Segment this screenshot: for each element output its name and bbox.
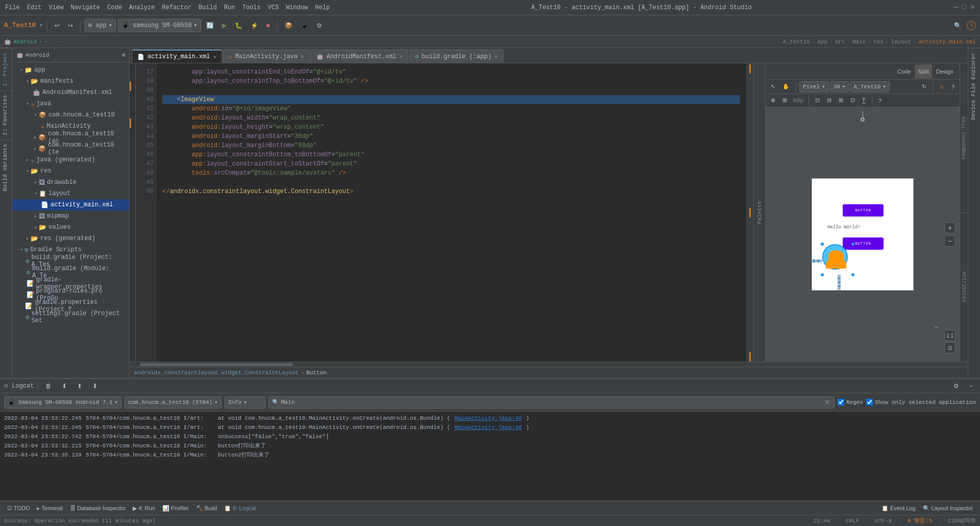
tree-res[interactable]: ▾ 📂 res (12, 165, 129, 177)
log-level-dropdown[interactable]: Info ▾ (225, 396, 265, 409)
pixel-dropdown[interactable]: Pixel ▾ (799, 81, 829, 92)
menu-build[interactable]: Build (199, 4, 217, 11)
menu-navigate[interactable]: Navigate (70, 4, 100, 11)
run-btn[interactable]: ▶ (219, 18, 230, 33)
minimize-button[interactable]: ─ (953, 4, 959, 12)
log-link-1[interactable]: MainActivity.java:40 (454, 414, 522, 423)
tree-drawable[interactable]: ▸ 🖼 drawable (12, 177, 129, 188)
tree-java-gen[interactable]: ▸ ☕ java (generated) (12, 154, 129, 165)
device-file-tab[interactable]: Device File Explorer (968, 48, 980, 124)
help-icon-btn[interactable]: ? (875, 93, 885, 108)
logcat-search-wrap[interactable]: 🔍 ✕ (268, 396, 835, 409)
tab-terminal[interactable]: ▸ Terminal (34, 501, 65, 515)
logcat-search-input[interactable] (281, 399, 821, 405)
menu-help[interactable]: Help (315, 4, 330, 11)
tab-androidmanifest-close[interactable]: ✕ (400, 53, 403, 60)
expand-icon[interactable]: ⚙ (121, 52, 125, 58)
breadcrumb-src[interactable]: src (835, 39, 845, 45)
tree-res-gen[interactable]: ▸ 📂 res (generated) (12, 233, 129, 244)
expand-btn[interactable]: ⊡ (944, 342, 955, 353)
logcat-minimize-btn[interactable]: − (966, 380, 976, 392)
close-button[interactable]: ✕ (971, 4, 975, 12)
menu-analyze[interactable]: Analyze (129, 4, 155, 11)
breadcrumb-res[interactable]: res (873, 39, 884, 45)
breadcrumb-file[interactable]: activity_main.xml (919, 39, 976, 45)
pan-tool-btn[interactable]: ✋ (779, 80, 793, 94)
warning-btn[interactable]: ⚠ (936, 80, 947, 94)
logcat-clear-btn[interactable]: 🗑 (42, 380, 55, 392)
tab-todo[interactable]: ☑ TODO (4, 501, 33, 515)
ratio-btn[interactable]: 1:1 (944, 330, 955, 341)
run-config-dropdown[interactable]: ▾ (39, 21, 42, 29)
tree-manifests[interactable]: ▾ 📂 manifests (12, 76, 129, 87)
menu-file[interactable]: File (5, 4, 20, 11)
show-only-label[interactable]: Show only selected application (875, 399, 976, 405)
code-content[interactable]: app:layout_constraintEnd_toEndOf = "@+id… (156, 63, 746, 362)
layout-btn[interactable]: ⊞ (779, 93, 790, 108)
code-view-btn[interactable]: Code (894, 64, 914, 79)
stop-btn[interactable]: ■ (263, 18, 273, 33)
toolbar-redo[interactable]: ↪ (65, 18, 76, 33)
horizontal-scrollbar[interactable] (130, 362, 968, 367)
tree-pkg-main[interactable]: ▾ 📦 com.hnucm.a_test10 (12, 109, 129, 121)
refresh-layout-btn[interactable]: ↻ (919, 80, 929, 94)
vertical-scrollbar[interactable] (746, 63, 753, 362)
logcat-up-btn[interactable]: ⬆ (74, 380, 85, 392)
tree-values[interactable]: ▸ 📂 values (12, 222, 129, 233)
avd-manager-btn[interactable]: 📱 (298, 18, 311, 33)
tab-database-inspector[interactable]: 🗄 Database Inspector (67, 501, 129, 515)
tree-app[interactable]: ▾ 📁 app (12, 64, 129, 76)
debug-btn[interactable]: 🐛 (232, 18, 246, 33)
constraint-btn-1[interactable]: ⊡ (812, 93, 823, 108)
help-btn[interactable]: ? (967, 21, 976, 30)
sdk-manager-btn[interactable]: 📦 (282, 18, 296, 33)
show-only-checkbox[interactable] (866, 399, 873, 405)
menu-window[interactable]: Window (286, 4, 308, 11)
design-view-btn[interactable]: Design (933, 64, 957, 79)
menu-tools[interactable]: Tools (242, 4, 261, 11)
layout-inspector-btn[interactable]: 🔍 Layout Inspector (920, 501, 976, 515)
tab-logcat[interactable]: 📋 6: Logcat (221, 501, 259, 515)
tab-mainactivity-java[interactable]: ☕ MainActivity.java ✕ (223, 50, 310, 63)
tree-mipmap[interactable]: ▸ 🖼 mipmap (12, 210, 129, 222)
logcat-settings-btn[interactable]: ⚙ (950, 380, 962, 392)
tab-profiler[interactable]: 📊 Profiler (159, 501, 192, 515)
sync-btn[interactable]: 🔄 (203, 18, 217, 33)
palette-tab[interactable]: Palette (753, 63, 766, 362)
package-filter-dropdown[interactable]: com.hnucm.a_test10 (5704) ▾ (125, 396, 222, 409)
constraint-btn-4[interactable]: ⊡ (847, 93, 858, 108)
favorites-tool-window[interactable]: 2: Favorites (0, 90, 12, 139)
regex-checkbox[interactable] (838, 399, 844, 405)
tree-pkg-test-te[interactable]: ▸ 📦 com.hnucm.a_test10 (te (12, 143, 129, 154)
tree-layout[interactable]: ▾ 📋 layout (12, 188, 129, 199)
menu-refactor[interactable]: Refactor (162, 4, 191, 11)
target-dropdown[interactable]: A_Test10 ▾ (850, 81, 889, 92)
search-btn[interactable]: 🔍 (951, 18, 965, 33)
maximize-button[interactable]: □ (962, 4, 966, 12)
build-variants-tool-window[interactable]: Build Variants (0, 139, 12, 195)
tab-androidmanifest[interactable]: 🤖 AndroidManifest.xml ✕ (311, 50, 408, 63)
menu-code[interactable]: Code (107, 4, 122, 11)
tree-activity-main[interactable]: 📄 activity_main.xml (12, 199, 129, 210)
breadcrumb-project[interactable]: A_Test10 (783, 39, 810, 45)
code-editor[interactable]: 37 38 39 40 41 42 43 44 45 46 47 48 49 5… (130, 63, 753, 362)
regex-label[interactable]: Regex (846, 399, 863, 405)
orient-btn[interactable]: ⊕ (768, 93, 778, 108)
project-tool-window[interactable]: 1: Project (0, 48, 12, 90)
constraint-layout-crumb[interactable]: androidx.constraintlayout.widget.Constra… (134, 370, 299, 376)
zoom-out-btn[interactable]: − (944, 235, 955, 247)
select-tool-btn[interactable]: ↖ (768, 80, 778, 94)
device-dropdown[interactable]: 📱 samsung SM-G9550 ▾ (118, 19, 201, 32)
tree-java[interactable]: ▾ ☕ java (12, 98, 129, 109)
scroll-thumb[interactable] (140, 363, 293, 366)
logcat-clear-search[interactable]: ✕ (823, 398, 831, 406)
menu-edit[interactable]: Edit (27, 4, 42, 11)
baseline-btn[interactable]: T̲ (859, 93, 869, 108)
toolbar-undo[interactable]: ↩ (52, 18, 63, 33)
attributes-tab[interactable]: Attributes (960, 213, 968, 362)
split-view-btn[interactable]: Split (915, 64, 932, 79)
logcat-scroll-btn[interactable]: ⬇ (59, 380, 70, 392)
tree-androidmanifest[interactable]: 🤖 AndroidManifest.xml (12, 87, 129, 98)
tab-mainactivity-close[interactable]: ✕ (301, 53, 304, 60)
profile-btn[interactable]: ⚡ (248, 18, 261, 33)
